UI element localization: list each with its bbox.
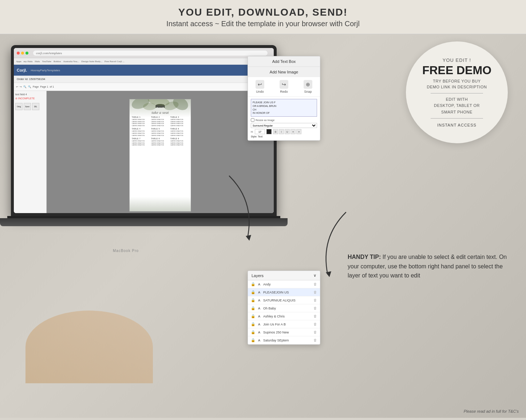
resize-image-row: Resize as Image bbox=[251, 118, 317, 122]
redo-tool[interactable]: ↪ Redo bbox=[280, 80, 288, 93]
snap-label: Snap bbox=[304, 90, 312, 93]
delete-icon-joinusforab[interactable]: 🗑 bbox=[313, 322, 317, 326]
type-icon-ohbaby: A bbox=[257, 307, 261, 310]
browser-maximize-dot[interactable] bbox=[25, 52, 28, 55]
layer-name-ashley: Ashley & Chris bbox=[263, 315, 312, 318]
corjl-edit-panel: Add Text Box Add New Image ↩ Undo ↪ Redo… bbox=[248, 56, 320, 141]
layer-item-saturday[interactable]: 🔒 A Saturday SEptem 🗑 bbox=[248, 336, 320, 344]
delete-icon-andy[interactable]: 🗑 bbox=[313, 282, 317, 286]
bookmark-parcel[interactable]: Free Parcel Corjl ... bbox=[104, 60, 124, 63]
table-9-label: TABLE 9 bbox=[170, 137, 189, 140]
browser-bar: corjl.com/templates bbox=[14, 48, 274, 58]
layer-item-ohbaby[interactable]: 🔒 A Oh Baby 🗑 bbox=[248, 304, 320, 312]
panel-size-row: H: B I U ≡ ≡ bbox=[251, 129, 317, 134]
layer-item-supinos[interactable]: 🔒 A Supinos 250 New 🗑 bbox=[248, 328, 320, 336]
lock-icon-ashley: 🔒 bbox=[251, 314, 255, 318]
resize-label: Resize as Image bbox=[256, 119, 274, 121]
table-5-label: TABLE 5 bbox=[151, 128, 169, 130]
layer-name-joinusforab: Join Us For A B bbox=[263, 323, 312, 326]
corjl-order-bar: Order Id: 1509758194 bbox=[14, 76, 274, 83]
table-7-names: CARRIE BRAXTONCARRIE BRAXTONCARRIE BRAXT… bbox=[132, 140, 150, 146]
bold-button[interactable]: B bbox=[273, 129, 278, 134]
browser-minimize-dot[interactable] bbox=[21, 52, 24, 55]
add-new-image-button[interactable]: Add New Image bbox=[248, 67, 320, 77]
toolbar-zoom-in[interactable]: 🔍 bbox=[23, 85, 27, 88]
corjl-toolbar: ↩ ↪ 🔍 🔍 Page Page 1 of 1 bbox=[14, 83, 274, 91]
toolbar-redo[interactable]: ↪ bbox=[20, 85, 22, 88]
layer-item-ashley[interactable]: 🔒 A Ashley & Chris 🗑 bbox=[248, 312, 320, 320]
layer-item-saturniue[interactable]: 🔒 A SATURNIUE ALIQUIS 🗑 bbox=[248, 296, 320, 304]
layer-item-joinusforab[interactable]: 🔒 A Join Us For A B 🗑 bbox=[248, 320, 320, 328]
resize-checkbox[interactable] bbox=[251, 118, 254, 122]
handy-tip-section: HANDY TIP: If you are unable to select &… bbox=[348, 252, 508, 280]
table-4-label: TABLE 4 bbox=[132, 128, 150, 130]
delete-icon-saturday[interactable]: 🗑 bbox=[313, 338, 317, 342]
sidebar-download-btn[interactable]: DL bbox=[32, 103, 39, 110]
bookmark-design[interactable]: Design Suite Body... bbox=[81, 60, 102, 63]
instant-access-label: INSTANT ACCESS bbox=[437, 123, 476, 127]
corjl-header: Corjl. HoorayPartyTemplates bbox=[14, 65, 274, 76]
table-6-names: CARRIE BRAXTONCARRIE BRAXTONCARRIE BRAXT… bbox=[170, 130, 189, 136]
undo-tool[interactable]: ↩ Undo bbox=[256, 80, 264, 93]
browser-address-bar[interactable]: corjl.com/templates bbox=[33, 50, 268, 56]
table-col-1: TABLE 1 CARRIE BRAXTONCARRIE BRAXTONCARR… bbox=[132, 116, 150, 146]
toolbar-page-of: of 1 bbox=[50, 85, 54, 88]
bookmark-hulu2[interactable]: Hulu bbox=[35, 60, 40, 63]
font-size-input[interactable] bbox=[255, 129, 265, 134]
arrow-svg-2 bbox=[218, 172, 262, 245]
table-8-label: TABLE 8 bbox=[151, 137, 169, 140]
color-swatch[interactable] bbox=[266, 129, 272, 134]
panel-style-row: Style: Text bbox=[251, 135, 317, 138]
toolbar-zoom-out[interactable]: 🔍 bbox=[28, 85, 31, 88]
toolbar-page-label: Page bbox=[33, 85, 39, 88]
align-left-button[interactable]: ≡ bbox=[290, 129, 296, 134]
corjl-nav: HoorayPartyTemplates bbox=[31, 69, 60, 72]
top-banner: YOU EDIT, DOWNLOAD, SEND! Instant access… bbox=[0, 0, 526, 34]
layer-item-andy[interactable]: 🔒 A Andy 🗑 bbox=[248, 280, 320, 288]
undo-label: Undo bbox=[256, 90, 264, 93]
style-label: Style: Text bbox=[251, 135, 262, 138]
bookmark-youtube[interactable]: YouTube bbox=[42, 60, 51, 63]
sidebar-original-btn[interactable]: Orig bbox=[15, 103, 23, 110]
table-3-names: CARRIE BRAXTONCARRIE BRAXTONCARRIE BRAXT… bbox=[170, 119, 189, 127]
bookmark-apps[interactable]: Apps bbox=[16, 60, 21, 63]
snap-tool[interactable]: ⊕ Snap bbox=[304, 80, 312, 93]
redo-icon[interactable]: ↪ bbox=[280, 80, 288, 89]
lock-icon-andy: 🔒 bbox=[251, 282, 255, 286]
free-demo-title: FREE DEMO bbox=[422, 64, 491, 76]
disclaimer-text: Please read ad in full for T&C's bbox=[464, 409, 519, 413]
panel-text-content[interactable]: PLEASE JOIN US FOR A BRIDAL BRUNCHIN HON… bbox=[251, 99, 317, 117]
undo-icon[interactable]: ↩ bbox=[256, 80, 264, 89]
delete-icon-ohbaby[interactable]: 🗑 bbox=[313, 306, 317, 310]
delete-icon-supinos[interactable]: 🗑 bbox=[313, 330, 317, 334]
type-icon-andy: A bbox=[257, 283, 261, 286]
align-center-button[interactable]: ≡ bbox=[296, 129, 301, 134]
demo-link-label: DEMO LINK IN DESCRIPTION bbox=[427, 85, 487, 89]
panel-text-editor: PLEASE JOIN US FOR A BRIDAL BRUNCHIN HON… bbox=[248, 97, 320, 140]
layer-name-pleasejoin: PLEASEJOIN US bbox=[263, 291, 312, 294]
toolbar-undo[interactable]: ↩ bbox=[16, 85, 18, 88]
delete-icon-saturniue[interactable]: 🗑 bbox=[313, 298, 317, 302]
corjl-logo: Corjl. bbox=[17, 68, 27, 72]
layer-item-pleasejoin[interactable]: 🔒 A PLEASEJOIN US 🗑 bbox=[248, 288, 320, 296]
browser-close-dot[interactable] bbox=[17, 52, 20, 55]
type-icon-saturday: A bbox=[257, 339, 261, 342]
leaf-svg-top bbox=[130, 99, 191, 117]
delete-icon-pleasejoin[interactable]: 🗑 bbox=[313, 290, 317, 294]
bookmark-australia[interactable]: Australia You... bbox=[63, 60, 79, 63]
layers-header: Layers ∨ bbox=[248, 271, 320, 280]
sidebar-item-field1: text field 4 bbox=[15, 93, 45, 96]
snap-icon[interactable]: ⊕ bbox=[304, 80, 312, 89]
bookmark-roblox[interactable]: Roblox bbox=[54, 60, 61, 63]
italic-button[interactable]: I bbox=[279, 129, 284, 134]
lock-icon-saturday: 🔒 bbox=[251, 338, 255, 342]
add-text-box-button[interactable]: Add Text Box bbox=[248, 56, 320, 67]
delete-icon-ashley[interactable]: 🗑 bbox=[313, 314, 317, 318]
font-family-select[interactable]: Surround Regular bbox=[251, 123, 317, 128]
sidebar-save-btn[interactable]: Save bbox=[24, 103, 31, 110]
you-edit-label: YOU EDIT ! bbox=[443, 57, 471, 63]
underline-button[interactable]: U bbox=[285, 129, 290, 134]
table-col-3: TABLE 3 CARRIE BRAXTONCARRIE BRAXTONCARR… bbox=[170, 116, 189, 146]
banner-headline: YOU EDIT, DOWNLOAD, SEND! bbox=[0, 7, 526, 18]
bookmark-hulu[interactable]: my Hulu bbox=[24, 60, 33, 63]
